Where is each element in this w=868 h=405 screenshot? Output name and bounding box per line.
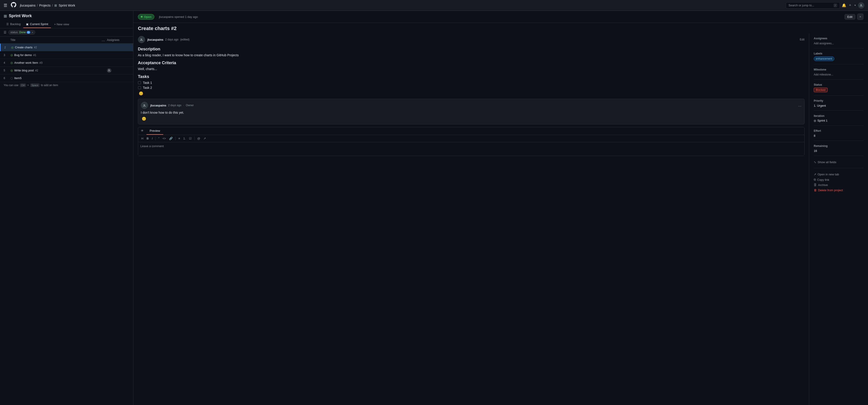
sidebar-assignees-section: Assignees Add assignees... [814,37,864,49]
status-label: Open [144,15,151,19]
toolbar-bold-button[interactable]: B [146,136,149,141]
toolbar-numbered-list-button[interactable]: 1. [182,136,187,141]
project-board-icon: ▦ [4,14,7,18]
reaction-button[interactable]: 😊 [138,91,144,96]
toolbar-link-button[interactable]: 🔗 [168,136,174,141]
add-item-text1: You can use [4,84,19,87]
label-enhancement-badge[interactable]: enhancement [814,57,834,61]
task-checkbox-2[interactable] [138,86,141,89]
toolbar-sep-1 [155,137,156,141]
copy-link-link[interactable]: ⧉ Copy link [814,177,864,182]
add-item-row[interactable]: You can use Ctrl + Space to add an item [0,82,133,88]
toolbar-bullet-list-button[interactable]: ≡ [178,136,181,141]
sidebar-labels-label: Labels [814,52,864,55]
new-view-label: + New view [54,23,69,26]
hamburger-icon[interactable]: ☰ [4,3,7,8]
toolbar-reference-button[interactable]: ↗ [203,136,207,141]
topnav: ☰ jlucaspains / Projects / ▦ Sprint Work… [0,0,868,11]
row-title-text: Write blog post [14,69,34,72]
table-row[interactable]: 4 ◎ Another work Item #3 [0,59,133,67]
sidebar-iteration-section: Iteration ◎ Sprint 1 [814,114,864,126]
issue-opened-by[interactable]: jlucaspains [159,15,174,19]
comment-avatar: JL [138,36,145,43]
toolbar-quote-button[interactable]: " [157,136,160,141]
issue-open-icon: ◎ [10,53,13,57]
avatar[interactable]: JL [858,2,864,8]
archive-icon: 🗄 [814,183,817,187]
issue-main: JL jlucaspains 2 days ago (edited) Edit … [133,33,809,405]
breadcrumb-project[interactable]: Sprint Work [59,4,75,7]
row-title: Create charts #2 [15,45,107,49]
filter-bar: ☰ status: Done 5 × [0,28,133,37]
edit-button[interactable]: Edit [844,14,855,20]
comment-author-name: jlucaspains [147,38,163,41]
tab-preview[interactable]: Preview [147,127,163,135]
filter-toggle-icon[interactable]: ☰ [4,31,6,34]
comment-box-tabs: 👁 Preview [138,127,804,135]
toolbar-task-list-button[interactable]: ☑ [188,136,193,141]
comment-more-button[interactable]: … [798,103,802,107]
right-panel: Open jlucaspains opened 1 day ago Edit ×… [133,11,868,405]
toolbar-italic-button[interactable]: I [151,136,154,141]
comment-edit-link[interactable]: Edit [800,38,804,41]
show-all-fields-link[interactable]: ⤡ Show all fields [814,160,864,165]
sidebar-assignees-add[interactable]: Add assignees... [814,42,834,45]
row-num: 6 [4,76,10,80]
tab-current-sprint[interactable]: ▣ Current Sprint [23,21,51,28]
new-view-button[interactable]: + New view [52,21,71,27]
comment-role: · [183,104,184,107]
task-checkbox-1[interactable] [138,81,141,84]
acceptance-text: Well, charts... [138,67,804,71]
tab-write-icon[interactable]: 👁 [138,127,147,135]
bell-icon[interactable]: 🔔 [842,3,846,7]
add-item-dot: + [27,84,29,87]
toolbar-sep-3 [194,137,195,141]
second-reaction-button[interactable]: 😊 [141,116,147,121]
toolbar-code-button[interactable]: <> [162,136,167,141]
breadcrumb: jlucaspains / Projects / ▦ Sprint Work [20,4,75,7]
comment-input[interactable]: Leave a comment [138,142,804,156]
toolbar-mention-button[interactable]: @ [196,136,201,141]
breadcrumb-user[interactable]: jlucaspains [20,4,35,7]
sidebar-status-label: Status [814,83,864,86]
task-label-1: Task 1 [143,81,152,85]
table-row[interactable]: 3 ◎ Bug for demo #1 [0,51,133,59]
left-panel: ▦ Sprint Work ☰ Backlog ▣ Current Sprint… [0,11,133,405]
toolbar-heading-button[interactable]: H [141,136,144,141]
th-more-icon[interactable]: … [101,38,105,42]
chevron-icon[interactable]: ▼ [854,4,856,6]
table-row[interactable]: 5 ◎ Write blog post #2 JL [0,67,133,74]
filter-chip-close[interactable]: × [32,31,33,34]
row-issue-num: #2 [35,69,38,72]
row-issue-num: #2 [34,46,37,49]
plus-icon[interactable]: + [849,3,851,8]
project-title: Sprint Work [9,13,32,18]
breadcrumb-projects[interactable]: Projects [39,4,51,7]
issue-status-badge: Open [138,14,154,20]
tab-bar: ☰ Backlog ▣ Current Sprint + New view [4,21,129,28]
close-button[interactable]: × [857,13,864,20]
delete-from-project-link[interactable]: 🗑 Delete from project [814,188,864,193]
open-new-tab-link[interactable]: ↗ Open in new tab [814,172,864,177]
sidebar-milestone-label: Milestone [814,68,864,71]
filter-chip-status[interactable]: status: Done 5 × [8,30,35,35]
archive-label: Archive [818,183,828,187]
sidebar-status-value[interactable]: Blocked [814,88,828,92]
search-placeholder: Search or jump to... [789,4,814,7]
row-title: Bug for demo #1 [14,53,107,57]
sidebar-milestone-add[interactable]: Add milestone... [814,73,833,76]
th-assignees: Assignees [107,38,129,41]
issue-panel-header: Open jlucaspains opened 1 day ago Edit × [133,11,868,23]
table-row[interactable]: 2 ◎ Create charts #2 [0,43,133,51]
task-label-2: Task 2 [143,86,152,90]
search-box[interactable]: Search or jump to... / [786,2,840,8]
tab-current-sprint-label: Current Sprint [30,22,48,26]
header-right: Edit × [844,13,864,20]
table-row[interactable]: 6 ◌ Item5 [0,74,133,82]
search-shortcut: / [834,4,837,7]
tab-backlog[interactable]: ☰ Backlog [4,21,23,28]
archive-link[interactable]: 🗄 Archive [814,182,864,188]
issue-open-icon: ◎ [10,69,13,72]
comment-time: 2 days ago [165,38,179,41]
second-comment-author-info: jlucaspains 2 days ago · Owner [150,104,796,107]
